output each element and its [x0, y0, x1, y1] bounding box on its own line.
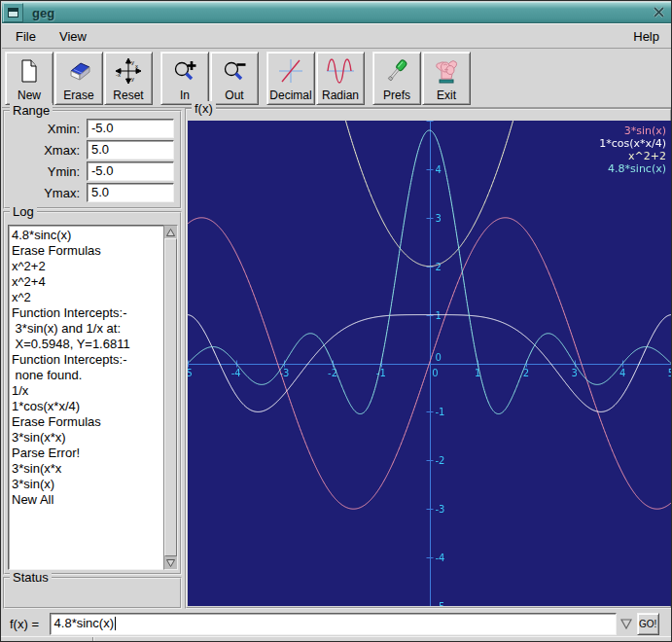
svg-text:x: x: [135, 63, 138, 69]
new-page-icon: [18, 53, 41, 89]
zoom-out-button-label: Out: [225, 89, 243, 102]
formula-history-dropdown[interactable]: [618, 613, 635, 635]
scrollbar-thumb[interactable]: [164, 238, 177, 556]
formula-bar: f(x) = 4.8*sinc(x) GO!: [1, 611, 672, 636]
formula-input-value: 4.8*sinc(x): [54, 616, 114, 631]
scroll-up-arrow-icon[interactable]: [164, 226, 177, 238]
range-frame-title: Range: [10, 103, 53, 118]
log-frame-title: Log: [10, 204, 37, 219]
log-entry: x^2: [12, 290, 164, 305]
log-entry: Function Intercepts:-: [12, 352, 164, 368]
formula-label: f(x) =: [10, 617, 43, 631]
exit-button[interactable]: Exit: [422, 52, 471, 105]
svg-text:y: y: [131, 59, 134, 65]
toolbar-group-app: Prefs Exit: [372, 52, 472, 105]
toolbar-group-file: New Erase: [5, 52, 154, 105]
statusbar-segment: [1, 637, 93, 642]
ymin-label: Ymin:: [7, 164, 87, 179]
svg-text:-y: -y: [129, 76, 134, 82]
ymin-input[interactable]: -5.0: [87, 161, 174, 181]
window-menu-button[interactable]: [3, 3, 23, 22]
chevron-down-icon: [620, 619, 632, 629]
xmin-input[interactable]: -5.0: [87, 119, 174, 138]
plot-canvas[interactable]: [188, 121, 671, 606]
log-entry: 3*sin(x*x): [12, 430, 164, 446]
screwdriver-icon: [383, 53, 410, 89]
zoom-out-icon: [221, 53, 248, 89]
log-list[interactable]: 4.8*sinc(x) Erase Formulas x^2+2 x^2+4 x…: [8, 225, 166, 570]
close-icon: [653, 7, 665, 18]
plot-frame: f(x): [185, 108, 672, 609]
app-window: geg File View Help New: [0, 0, 672, 642]
log-entry: X=0.5948, Y=1.6811: [12, 337, 164, 352]
log-entry: none found.: [12, 368, 164, 383]
menu-help[interactable]: Help: [621, 25, 671, 48]
log-entry: 1*cos(x*x/4): [12, 399, 164, 414]
menu-view[interactable]: View: [50, 25, 96, 48]
log-entry: Erase Formulas: [12, 243, 164, 259]
log-entry: 3*sin(x) and 1/x at:: [12, 321, 164, 337]
log-entry: 4.8*sinc(x): [12, 228, 164, 243]
erase-button-label: Erase: [63, 89, 93, 102]
log-entry: x^2+2: [12, 259, 164, 274]
radian-mode-icon: [326, 53, 355, 89]
log-scrollbar[interactable]: [163, 225, 178, 570]
log-entry: 3*sin(x): [12, 477, 164, 492]
reset-button-label: Reset: [113, 89, 143, 102]
zoom-in-icon: [171, 53, 198, 89]
toolbar-group-zoom: In Out: [160, 52, 260, 105]
status-frame: Status: [3, 577, 182, 609]
log-entry: x^2+4: [12, 274, 164, 290]
scroll-down-arrow-icon[interactable]: [164, 556, 177, 569]
titlebar[interactable]: geg: [2, 2, 671, 23]
go-button[interactable]: GO!: [637, 613, 659, 635]
erase-button[interactable]: Erase: [54, 52, 103, 105]
toolbar: New Erase: [2, 49, 671, 108]
xmin-label: Xmin:: [7, 122, 87, 136]
range-frame: Range Xmin: -5.0 Xmax: 5.0 Ymin: -5.0 Ym…: [3, 110, 182, 209]
zoom-in-button-label: In: [180, 89, 190, 102]
toolbar-group-mode: Decimal Radian: [266, 52, 366, 105]
xmax-label: Xmax:: [7, 143, 87, 158]
svg-text:-x: -x: [116, 72, 121, 78]
zoom-in-button[interactable]: In: [160, 52, 209, 105]
waving-hand-icon: [432, 53, 461, 89]
new-button-label: New: [18, 89, 41, 102]
menu-file[interactable]: File: [6, 25, 46, 48]
log-entry: Parse Error!: [12, 446, 164, 461]
plot-frame-title: f(x): [192, 101, 216, 116]
status-frame-title: Status: [10, 570, 52, 585]
window-title: geg: [32, 6, 649, 20]
reset-button[interactable]: yx -x-y Reset: [104, 52, 153, 105]
zoom-out-button[interactable]: Out: [210, 52, 259, 105]
menubar: File View Help: [2, 23, 671, 49]
ymax-label: Ymax:: [7, 186, 87, 200]
log-entry: New All: [12, 492, 164, 508]
formula-input[interactable]: 4.8*sinc(x): [50, 613, 617, 635]
log-entry: 3*sin(x*x: [12, 461, 164, 477]
radian-button[interactable]: Radian: [316, 52, 365, 105]
new-button[interactable]: New: [5, 52, 53, 105]
decimal-button-label: Decimal: [269, 89, 311, 102]
reset-axes-icon: yx -x-y: [115, 53, 142, 89]
log-entry: 1/x: [12, 383, 164, 399]
radian-button-label: Radian: [322, 89, 359, 102]
log-frame: Log 4.8*sinc(x) Erase Formulas x^2+2 x^2…: [3, 211, 182, 575]
decimal-mode-icon: [277, 53, 304, 89]
prefs-button-label: Prefs: [383, 89, 410, 102]
log-entry: Function Intercepts:-: [12, 305, 164, 321]
text-caret: [115, 617, 116, 630]
log-entry: Erase Formulas: [12, 414, 164, 430]
close-button[interactable]: [649, 3, 669, 22]
eraser-icon: [65, 53, 92, 89]
xmax-input[interactable]: 5.0: [87, 140, 174, 160]
exit-button-label: Exit: [437, 89, 456, 102]
decimal-button[interactable]: Decimal: [266, 52, 315, 105]
prefs-button[interactable]: Prefs: [372, 52, 421, 105]
window-icon: [7, 7, 19, 18]
bottom-statusbar: [1, 636, 672, 642]
ymax-input[interactable]: 5.0: [87, 183, 174, 202]
